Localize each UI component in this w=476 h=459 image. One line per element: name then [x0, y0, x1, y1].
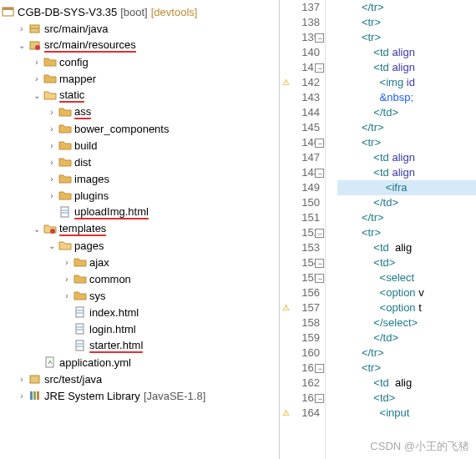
folder-src-main-resources[interactable]: ⌄ src/main/resources: [0, 37, 279, 53]
line-number[interactable]: 157: [280, 300, 320, 315]
code-line[interactable]: <tr>: [337, 135, 476, 150]
code-line[interactable]: <td align: [337, 60, 476, 75]
chevron-right-icon[interactable]: ›: [15, 375, 28, 384]
chevron-right-icon[interactable]: ›: [45, 108, 58, 117]
folder-common[interactable]: ›common: [0, 270, 279, 287]
code-line[interactable]: <tr>: [337, 225, 476, 240]
line-number[interactable]: 143: [280, 90, 320, 105]
line-number[interactable]: 161: [280, 361, 320, 376]
code-line-selected[interactable]: <ifra: [337, 180, 476, 195]
code-line[interactable]: <td align: [337, 165, 476, 180]
folder-plugins[interactable]: ›plugins: [0, 187, 279, 204]
line-number[interactable]: 156: [280, 285, 320, 300]
code-line[interactable]: <td align: [337, 45, 476, 60]
line-number[interactable]: 151: [280, 210, 320, 225]
chevron-right-icon[interactable]: ›: [15, 24, 28, 33]
code-line[interactable]: <tr>: [337, 15, 476, 30]
file-uploadimg-html[interactable]: uploadImg.html: [0, 204, 279, 220]
line-number[interactable]: 158: [280, 315, 320, 330]
chevron-right-icon[interactable]: ›: [45, 141, 58, 150]
project-root[interactable]: CGB-DB-SYS-V3.35 [boot] [devtools]: [0, 3, 279, 20]
folder-sys[interactable]: ›sys: [0, 287, 279, 304]
folder-templates[interactable]: ⌄ templates: [0, 220, 279, 237]
file-starter-html[interactable]: starter.html: [0, 337, 279, 354]
chevron-right-icon[interactable]: ›: [60, 275, 73, 284]
line-number[interactable]: 164: [280, 406, 320, 421]
code-line[interactable]: </tr>: [337, 346, 476, 361]
folder-config[interactable]: › config: [0, 53, 279, 70]
line-number[interactable]: 147: [280, 150, 320, 165]
line-number[interactable]: 137: [280, 0, 320, 15]
code-line[interactable]: <td alig: [337, 376, 476, 391]
code-line[interactable]: <input: [337, 406, 476, 421]
folder-src-test-java[interactable]: ›src/test/java: [0, 371, 279, 387]
jre-system-library[interactable]: ›JRE System Library[JavaSE-1.8]: [0, 387, 279, 404]
code-line[interactable]: <option t: [337, 300, 476, 315]
chevron-right-icon[interactable]: ›: [45, 174, 58, 184]
code-line[interactable]: <img id: [337, 75, 476, 90]
file-application-yml[interactable]: application.yml: [0, 354, 279, 371]
line-number[interactable]: 148: [280, 165, 320, 180]
folder-build[interactable]: ›build: [0, 137, 279, 154]
file-login-html[interactable]: login.html: [0, 320, 279, 337]
code-line[interactable]: </td>: [337, 330, 476, 346]
chevron-right-icon[interactable]: ›: [15, 391, 28, 401]
file-index-html[interactable]: index.html: [0, 304, 279, 320]
code-line[interactable]: <td>: [337, 255, 476, 270]
line-number[interactable]: 163: [280, 391, 320, 406]
line-number[interactable]: 144: [280, 105, 320, 120]
line-number[interactable]: 152: [280, 225, 320, 240]
line-number[interactable]: 150: [280, 195, 320, 210]
line-number[interactable]: 142: [280, 75, 320, 90]
code-line[interactable]: </select>: [337, 315, 476, 330]
line-number[interactable]: 149: [280, 180, 320, 195]
code-line[interactable]: &nbsp;: [337, 90, 476, 105]
chevron-down-icon[interactable]: ⌄: [45, 241, 58, 250]
chevron-right-icon[interactable]: ›: [45, 158, 58, 167]
code-line[interactable]: <tr>: [337, 361, 476, 376]
chevron-right-icon[interactable]: ›: [45, 191, 58, 200]
code-line[interactable]: </td>: [337, 195, 476, 210]
line-number[interactable]: 159: [280, 330, 320, 346]
code-line[interactable]: </tr>: [337, 210, 476, 225]
chevron-down-icon[interactable]: ⌄: [30, 91, 43, 100]
code-line[interactable]: <select: [337, 270, 476, 285]
code-line[interactable]: <tr>: [337, 30, 476, 45]
folder-ass[interactable]: ›ass: [0, 103, 279, 120]
folder-pages[interactable]: ⌄pages: [0, 237, 279, 254]
line-number[interactable]: 140: [280, 45, 320, 60]
folder-bower-components[interactable]: ›bower_components: [0, 120, 279, 137]
chevron-down-icon[interactable]: ⌄: [30, 224, 43, 234]
line-number[interactable]: 138: [280, 15, 320, 30]
line-number[interactable]: 153: [280, 240, 320, 255]
project-explorer[interactable]: CGB-DB-SYS-V3.35 [boot] [devtools] › src…: [0, 0, 280, 459]
folder-static[interactable]: ⌄ static: [0, 87, 279, 103]
code-line[interactable]: <td alig: [337, 240, 476, 255]
line-number[interactable]: 146: [280, 135, 320, 150]
line-number[interactable]: 162: [280, 376, 320, 391]
chevron-right-icon[interactable]: ›: [30, 74, 43, 83]
code-line[interactable]: <td align: [337, 150, 476, 165]
code-content[interactable]: </tr> <tr> <tr> <td align <td align <img…: [326, 0, 476, 459]
line-gutter[interactable]: 137 138 139 140 141 142 143 144 145 146 …: [280, 0, 326, 459]
code-line[interactable]: </tr>: [337, 120, 476, 135]
chevron-down-icon[interactable]: ⌄: [15, 41, 28, 50]
code-editor[interactable]: 137 138 139 140 141 142 143 144 145 146 …: [280, 0, 476, 459]
chevron-right-icon[interactable]: ›: [45, 124, 58, 134]
folder-mapper[interactable]: › mapper: [0, 70, 279, 87]
line-number[interactable]: 139: [280, 30, 320, 45]
line-number[interactable]: 145: [280, 120, 320, 135]
chevron-right-icon[interactable]: ›: [30, 58, 43, 67]
line-number[interactable]: 160: [280, 346, 320, 361]
chevron-right-icon[interactable]: ›: [60, 291, 73, 300]
code-line[interactable]: <option v: [337, 285, 476, 300]
code-line[interactable]: </tr>: [337, 0, 476, 15]
code-line[interactable]: </td>: [337, 105, 476, 120]
line-number[interactable]: 154: [280, 255, 320, 270]
line-number[interactable]: 141: [280, 60, 320, 75]
folder-dist[interactable]: ›dist: [0, 154, 279, 170]
folder-src-main-java[interactable]: › src/main/java: [0, 20, 279, 37]
chevron-right-icon[interactable]: ›: [60, 258, 73, 267]
line-number[interactable]: 155: [280, 270, 320, 285]
code-line[interactable]: <td>: [337, 391, 476, 406]
